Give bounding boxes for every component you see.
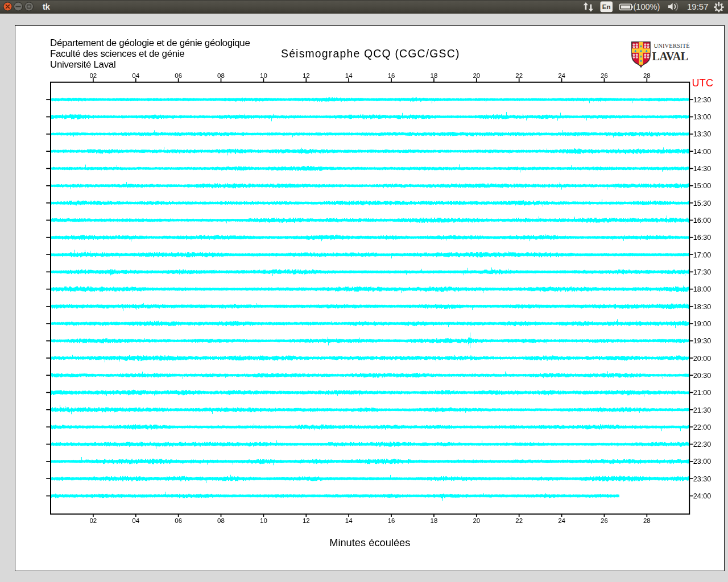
svg-text:06: 06 — [175, 72, 182, 79]
svg-text:14:30: 14:30 — [693, 165, 712, 173]
svg-text:26: 26 — [601, 517, 608, 524]
svg-text:20: 20 — [473, 517, 480, 524]
svg-text:20:30: 20:30 — [693, 372, 712, 380]
svg-text:18:00: 18:00 — [693, 285, 712, 293]
svg-text:24:00: 24:00 — [693, 492, 712, 500]
svg-text:Séismographe QCQ (CGC/GSC): Séismographe QCQ (CGC/GSC) — [281, 47, 460, 60]
svg-text:08: 08 — [217, 72, 225, 79]
svg-text:16:30: 16:30 — [693, 234, 712, 242]
svg-text:26: 26 — [601, 72, 608, 79]
svg-text:Minutes écoulées: Minutes écoulées — [329, 537, 410, 548]
svg-text:17:00: 17:00 — [693, 251, 712, 259]
svg-text:02: 02 — [89, 517, 97, 524]
svg-text:22: 22 — [515, 517, 523, 524]
svg-text:18:30: 18:30 — [693, 303, 712, 311]
svg-text:13:30: 13:30 — [693, 130, 712, 138]
svg-text:21:00: 21:00 — [693, 389, 712, 397]
svg-text:22: 22 — [515, 72, 523, 79]
svg-text:16: 16 — [388, 517, 395, 524]
svg-text:20: 20 — [473, 72, 480, 79]
svg-text:15:30: 15:30 — [693, 199, 712, 207]
svg-text:14:00: 14:00 — [693, 148, 712, 156]
svg-text:04: 04 — [132, 517, 139, 524]
svg-text:18: 18 — [431, 72, 438, 79]
svg-text:08: 08 — [217, 517, 225, 524]
svg-text:23:30: 23:30 — [693, 475, 712, 483]
svg-text:14: 14 — [345, 72, 353, 79]
svg-text:UTC: UTC — [692, 77, 714, 89]
svg-text:22:00: 22:00 — [693, 423, 712, 431]
svg-text:20:00: 20:00 — [693, 355, 712, 363]
svg-text:06: 06 — [175, 517, 182, 524]
svg-text:Université Laval: Université Laval — [50, 59, 115, 70]
svg-text:15:00: 15:00 — [693, 182, 712, 190]
svg-text:24: 24 — [558, 72, 565, 79]
svg-text:16:00: 16:00 — [693, 217, 712, 225]
svg-text:Faculté des sciences et de gén: Faculté des sciences et de génie — [50, 48, 184, 59]
svg-text:18: 18 — [431, 517, 438, 524]
svg-text:12: 12 — [303, 72, 310, 79]
svg-text:28: 28 — [643, 72, 651, 79]
svg-text:19:30: 19:30 — [693, 337, 712, 345]
svg-text:21:30: 21:30 — [693, 406, 712, 414]
svg-text:10: 10 — [260, 72, 267, 79]
svg-text:16: 16 — [388, 72, 395, 79]
svg-text:23:00: 23:00 — [693, 458, 712, 465]
svg-text:14: 14 — [345, 517, 353, 524]
svg-text:22:30: 22:30 — [693, 440, 712, 448]
svg-text:12:30: 12:30 — [693, 96, 712, 104]
svg-text:12: 12 — [303, 517, 310, 524]
svg-text:02: 02 — [89, 72, 97, 79]
svg-text:19:00: 19:00 — [693, 320, 712, 328]
svg-text:28: 28 — [643, 517, 651, 524]
svg-text:Département de géologie et de: Département de géologie et de génie géol… — [50, 38, 250, 48]
svg-text:17:30: 17:30 — [693, 268, 712, 276]
svg-text:10: 10 — [260, 517, 267, 524]
svg-text:24: 24 — [558, 517, 565, 524]
svg-text:13:00: 13:00 — [693, 113, 712, 121]
svg-text:04: 04 — [132, 72, 139, 79]
